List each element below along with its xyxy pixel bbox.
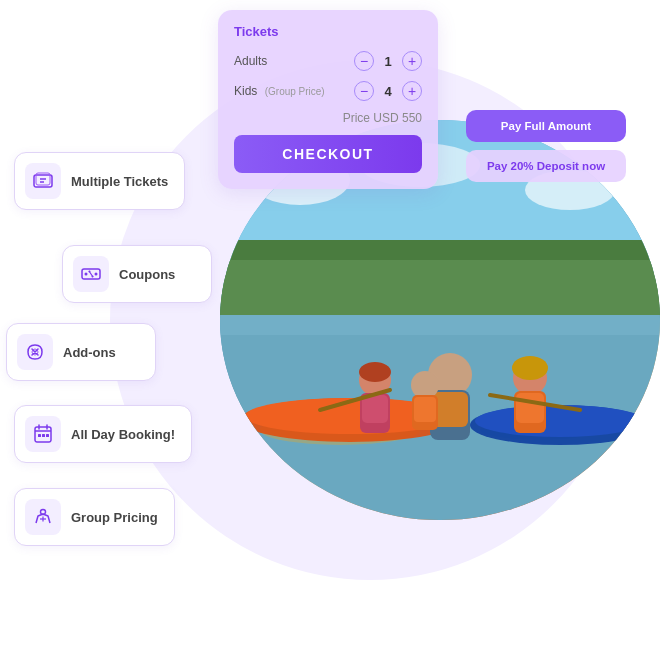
pill-allday[interactable]: All Day Booking! bbox=[14, 405, 192, 463]
svg-rect-46 bbox=[42, 434, 45, 437]
svg-point-35 bbox=[85, 273, 88, 276]
kids-plus-btn[interactable]: + bbox=[402, 81, 422, 101]
svg-rect-45 bbox=[38, 434, 41, 437]
grouppricing-icon bbox=[25, 499, 61, 535]
svg-rect-2 bbox=[220, 260, 660, 320]
coupons-label: Coupons bbox=[119, 267, 175, 282]
svg-rect-47 bbox=[46, 434, 49, 437]
svg-point-38 bbox=[89, 271, 91, 273]
payment-panel: Pay Full Amount Pay 20% Deposit now bbox=[466, 110, 626, 182]
pill-grouppricing[interactable]: Group Pricing bbox=[14, 488, 175, 546]
kids-sub: (Group Price) bbox=[265, 86, 325, 97]
svg-point-21 bbox=[411, 371, 439, 399]
svg-point-13 bbox=[475, 405, 645, 437]
pill-multiple-tickets[interactable]: Multiple Tickets bbox=[14, 152, 185, 210]
adults-qty-control: − 1 + bbox=[354, 51, 422, 71]
grouppricing-label: Group Pricing bbox=[71, 510, 158, 525]
kids-row: Kids (Group Price) − 4 + bbox=[234, 81, 422, 101]
multiple-tickets-icon bbox=[25, 163, 61, 199]
scene: Tickets Adults − 1 + Kids (Group Price) … bbox=[0, 0, 669, 651]
adults-qty-value: 1 bbox=[380, 54, 396, 69]
svg-point-20 bbox=[359, 362, 391, 382]
svg-rect-26 bbox=[516, 393, 544, 423]
svg-point-27 bbox=[512, 356, 548, 380]
ticket-panel: Tickets Adults − 1 + Kids (Group Price) … bbox=[218, 10, 438, 189]
svg-rect-23 bbox=[414, 397, 436, 422]
kids-qty-value: 4 bbox=[380, 84, 396, 99]
svg-point-36 bbox=[95, 273, 98, 276]
svg-point-39 bbox=[92, 276, 94, 278]
svg-rect-19 bbox=[362, 395, 388, 423]
addons-icon bbox=[17, 334, 53, 370]
pay-full-button[interactable]: Pay Full Amount bbox=[466, 110, 626, 142]
pay-deposit-button[interactable]: Pay 20% Deposit now bbox=[466, 150, 626, 182]
price-display: Price USD 550 bbox=[234, 111, 422, 125]
addons-label: Add-ons bbox=[63, 345, 116, 360]
pill-addons[interactable]: Add-ons bbox=[6, 323, 156, 381]
adults-plus-btn[interactable]: + bbox=[402, 51, 422, 71]
panel-title: Tickets bbox=[234, 24, 422, 39]
adults-label: Adults bbox=[234, 54, 267, 68]
kids-minus-btn[interactable]: − bbox=[354, 81, 374, 101]
pill-coupons[interactable]: Coupons bbox=[62, 245, 212, 303]
allday-label: All Day Booking! bbox=[71, 427, 175, 442]
checkout-button[interactable]: CHECKOUT bbox=[234, 135, 422, 173]
coupons-icon bbox=[73, 256, 109, 292]
svg-rect-7 bbox=[220, 315, 660, 335]
kids-label: Kids (Group Price) bbox=[234, 84, 325, 98]
multiple-tickets-label: Multiple Tickets bbox=[71, 174, 168, 189]
adults-row: Adults − 1 + bbox=[234, 51, 422, 71]
adults-minus-btn[interactable]: − bbox=[354, 51, 374, 71]
kids-qty-control: − 4 + bbox=[354, 81, 422, 101]
svg-point-48 bbox=[41, 510, 46, 515]
allday-icon bbox=[25, 416, 61, 452]
